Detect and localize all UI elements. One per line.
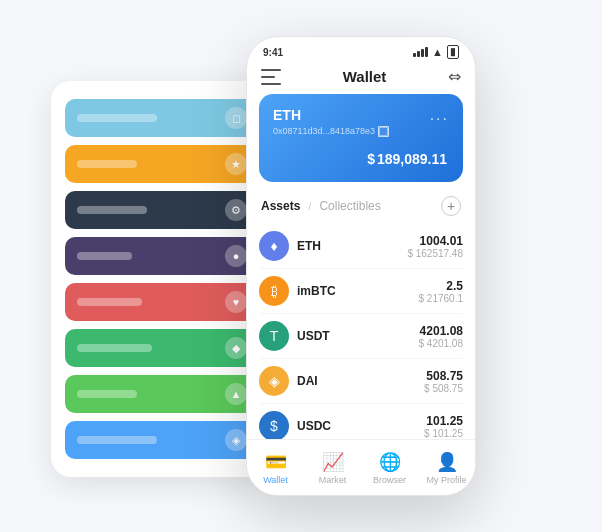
nav-label-market: Market <box>319 475 347 485</box>
eth-card-header: ETH ... <box>273 106 449 124</box>
scan-icon[interactable]: ⇔ <box>448 67 461 86</box>
asset-row-dai[interactable]: ◈DAI508.75$ 508.75 <box>259 359 463 404</box>
card-icon-1: ★ <box>225 153 247 175</box>
card-item-1[interactable]: ★ <box>65 145 257 183</box>
asset-amounts-eth: 1004.01$ 162517.48 <box>407 234 463 259</box>
asset-name-eth: ETH <box>297 239 407 253</box>
tab-separator: / <box>308 200 311 212</box>
nav-icon-browser: 🌐 <box>379 451 401 473</box>
asset-name-dai: DAI <box>297 374 424 388</box>
asset-row-eth[interactable]: ♦ETH1004.01$ 162517.48 <box>259 224 463 269</box>
card-icon-0: ◻ <box>225 107 247 129</box>
eth-card: ETH ... 0x08711d3d...8418a78e3 $189,089.… <box>259 94 463 182</box>
phone-header: Wallet ⇔ <box>247 63 475 94</box>
scene: ◻★⚙●♥◆▲◈ 9:41 ▲ ▮ Wal <box>21 21 581 511</box>
nav-icon-market: 📈 <box>322 451 344 473</box>
asset-amounts-dai: 508.75$ 508.75 <box>424 369 463 394</box>
card-icon-6: ▲ <box>225 383 247 405</box>
nav-item-browser[interactable]: 🌐Browser <box>361 451 418 485</box>
menu-icon[interactable] <box>261 69 281 85</box>
tab-assets[interactable]: Assets <box>261 199 300 213</box>
card-icon-5: ◆ <box>225 337 247 359</box>
card-item-5[interactable]: ◆ <box>65 329 257 367</box>
card-item-2[interactable]: ⚙ <box>65 191 257 229</box>
nav-item-profile[interactable]: 👤My Profile <box>418 451 475 485</box>
asset-amount-main: 4201.08 <box>419 324 464 338</box>
asset-amount-main: 508.75 <box>424 369 463 383</box>
nav-label-browser: Browser <box>373 475 406 485</box>
card-item-6[interactable]: ▲ <box>65 375 257 413</box>
asset-amount-usd: $ 162517.48 <box>407 248 463 259</box>
add-asset-button[interactable]: + <box>441 196 461 216</box>
signal-icon <box>413 47 428 57</box>
asset-amounts-usdt: 4201.08$ 4201.08 <box>419 324 464 349</box>
asset-name-usdt: USDT <box>297 329 419 343</box>
asset-row-usdt[interactable]: TUSDT4201.08$ 4201.08 <box>259 314 463 359</box>
status-time: 9:41 <box>263 47 283 58</box>
asset-amount-main: 1004.01 <box>407 234 463 248</box>
nav-label-wallet: Wallet <box>263 475 288 485</box>
card-item-3[interactable]: ● <box>65 237 257 275</box>
asset-amount-usd: $ 101.25 <box>424 428 463 439</box>
asset-amounts-imbtc: 2.5$ 21760.1 <box>419 279 464 304</box>
asset-icon-usdc: $ <box>259 411 289 441</box>
asset-amount-usd: $ 508.75 <box>424 383 463 394</box>
asset-icon-dai: ◈ <box>259 366 289 396</box>
phone-frame: 9:41 ▲ ▮ Wallet ⇔ <box>246 36 476 496</box>
asset-name-imbtc: imBTC <box>297 284 419 298</box>
card-item-4[interactable]: ♥ <box>65 283 257 321</box>
status-bar: 9:41 ▲ ▮ <box>247 37 475 63</box>
wifi-icon: ▲ <box>432 46 443 58</box>
eth-card-name: ETH <box>273 107 301 123</box>
eth-card-menu[interactable]: ... <box>430 106 449 124</box>
wallet-title: Wallet <box>343 68 387 85</box>
nav-item-wallet[interactable]: 💳Wallet <box>247 451 304 485</box>
status-icons: ▲ ▮ <box>413 45 459 59</box>
copy-icon[interactable] <box>379 127 388 136</box>
asset-amount-usd: $ 21760.1 <box>419 293 464 304</box>
asset-amount-usd: $ 4201.08 <box>419 338 464 349</box>
nav-icon-wallet: 💳 <box>265 451 287 473</box>
card-item-0[interactable]: ◻ <box>65 99 257 137</box>
assets-header: Assets / Collectibles + <box>247 192 475 224</box>
asset-amount-main: 2.5 <box>419 279 464 293</box>
battery-icon: ▮ <box>447 45 459 59</box>
tab-collectibles[interactable]: Collectibles <box>319 199 380 213</box>
eth-card-balance: $189,089.11 <box>273 144 449 170</box>
card-stack: ◻★⚙●♥◆▲◈ <box>51 81 271 477</box>
asset-row-imbtc[interactable]: ₿imBTC2.5$ 21760.1 <box>259 269 463 314</box>
card-icon-7: ◈ <box>225 429 247 451</box>
asset-icon-usdt: T <box>259 321 289 351</box>
asset-amount-main: 101.25 <box>424 414 463 428</box>
nav-label-profile: My Profile <box>426 475 466 485</box>
assets-tabs: Assets / Collectibles <box>261 199 381 213</box>
asset-icon-eth: ♦ <box>259 231 289 261</box>
asset-name-usdc: USDC <box>297 419 424 433</box>
card-icon-4: ♥ <box>225 291 247 313</box>
nav-item-market[interactable]: 📈Market <box>304 451 361 485</box>
asset-icon-imbtc: ₿ <box>259 276 289 306</box>
card-icon-2: ⚙ <box>225 199 247 221</box>
nav-icon-profile: 👤 <box>436 451 458 473</box>
card-item-7[interactable]: ◈ <box>65 421 257 459</box>
eth-card-address: 0x08711d3d...8418a78e3 <box>273 126 449 136</box>
asset-amounts-usdc: 101.25$ 101.25 <box>424 414 463 439</box>
bottom-nav: 💳Wallet📈Market🌐Browser👤My Profile <box>247 439 475 495</box>
card-icon-3: ● <box>225 245 247 267</box>
